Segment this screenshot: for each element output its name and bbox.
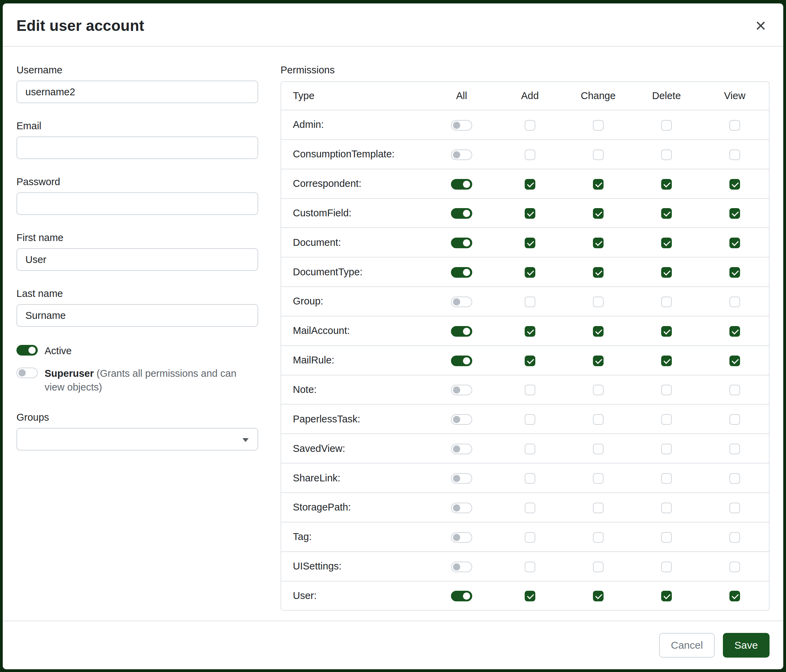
permission-add-checkbox[interactable] [525,208,535,219]
permission-view-checkbox[interactable] [729,297,740,307]
permission-delete-checkbox[interactable] [661,326,672,337]
permission-change-checkbox[interactable] [593,297,604,307]
permission-delete-checkbox[interactable] [661,297,672,307]
permission-delete-checkbox[interactable] [661,532,672,543]
permission-add-checkbox[interactable] [525,385,535,395]
groups-select[interactable] [16,428,258,451]
column-header-add: Add [496,82,564,110]
permission-add-checkbox[interactable] [525,444,535,454]
permission-change-checkbox[interactable] [593,385,604,395]
permission-change-checkbox[interactable] [593,502,604,513]
permission-view-checkbox[interactable] [729,385,740,395]
permission-add-checkbox[interactable] [525,356,535,366]
permission-delete-checkbox[interactable] [661,444,672,454]
permission-add-checkbox[interactable] [525,532,535,543]
permission-all-toggle[interactable] [451,473,472,484]
permission-view-checkbox[interactable] [729,326,740,337]
permission-all-toggle[interactable] [451,444,472,454]
permission-all-toggle[interactable] [451,356,472,366]
permission-all-toggle[interactable] [451,502,472,513]
permission-view-checkbox[interactable] [729,208,740,219]
permission-view-checkbox[interactable] [729,444,740,454]
permission-add-checkbox[interactable] [525,267,535,278]
permission-delete-checkbox[interactable] [661,208,672,219]
permission-type-label: Group: [281,286,428,316]
permission-all-toggle[interactable] [451,591,472,601]
permission-delete-checkbox[interactable] [661,120,672,130]
permission-add-checkbox[interactable] [525,473,535,484]
permission-add-checkbox[interactable] [525,591,535,601]
permission-all-toggle[interactable] [451,238,472,248]
permission-delete-checkbox[interactable] [661,591,672,601]
permission-delete-checkbox[interactable] [661,238,672,248]
permission-all-toggle[interactable] [451,208,472,219]
permission-change-checkbox[interactable] [593,179,604,190]
permission-view-checkbox[interactable] [729,502,740,513]
permission-delete-checkbox[interactable] [661,385,672,395]
permission-add-checkbox[interactable] [525,238,535,248]
permission-change-checkbox[interactable] [593,208,604,219]
permission-change-checkbox[interactable] [593,120,604,130]
permission-all-toggle[interactable] [451,179,472,190]
permission-all-toggle[interactable] [451,149,472,160]
permission-delete-checkbox[interactable] [661,179,672,190]
permission-delete-checkbox[interactable] [661,414,672,425]
username-input[interactable] [16,80,258,103]
permission-all-toggle[interactable] [451,326,472,337]
permission-change-checkbox[interactable] [593,267,604,278]
permission-view-checkbox[interactable] [729,120,740,130]
permission-add-checkbox[interactable] [525,120,535,130]
email-field[interactable] [16,137,258,159]
close-icon[interactable]: × [753,17,768,34]
permission-view-checkbox[interactable] [729,179,740,190]
permission-view-checkbox[interactable] [729,356,740,366]
save-button[interactable]: Save [723,633,770,658]
permission-view-checkbox[interactable] [729,267,740,278]
superuser-toggle[interactable] [16,367,38,378]
permission-change-checkbox[interactable] [593,444,604,454]
permission-all-toggle[interactable] [451,385,472,395]
permission-all-toggle[interactable] [451,267,472,278]
password-field[interactable] [16,192,258,215]
permission-change-checkbox[interactable] [593,356,604,366]
permission-change-checkbox[interactable] [593,473,604,484]
permission-add-checkbox[interactable] [525,562,535,572]
permission-delete-checkbox[interactable] [661,562,672,572]
active-toggle[interactable] [16,345,38,356]
permission-all-toggle[interactable] [451,120,472,130]
permission-view-checkbox[interactable] [729,532,740,543]
permission-view-checkbox[interactable] [729,591,740,601]
permission-all-toggle[interactable] [451,297,472,307]
permission-change-checkbox[interactable] [593,591,604,601]
permission-add-checkbox[interactable] [525,326,535,337]
permission-view-checkbox[interactable] [729,149,740,160]
permission-delete-checkbox[interactable] [661,267,672,278]
permission-row: StoragePath: [281,492,769,522]
permission-add-checkbox[interactable] [525,149,535,160]
permission-change-checkbox[interactable] [593,238,604,248]
permission-add-checkbox[interactable] [525,179,535,190]
permission-all-toggle[interactable] [451,532,472,543]
permission-add-checkbox[interactable] [525,502,535,513]
permission-change-checkbox[interactable] [593,414,604,425]
permission-all-toggle[interactable] [451,562,472,572]
permission-all-toggle[interactable] [451,414,472,425]
permission-change-checkbox[interactable] [593,532,604,543]
permission-add-checkbox[interactable] [525,297,535,307]
permission-view-checkbox[interactable] [729,238,740,248]
permission-change-checkbox[interactable] [593,562,604,572]
permission-type-label: Admin: [281,110,428,139]
permission-delete-checkbox[interactable] [661,473,672,484]
permission-view-checkbox[interactable] [729,562,740,572]
permission-view-checkbox[interactable] [729,473,740,484]
first-name-field[interactable] [16,248,258,271]
cancel-button[interactable]: Cancel [659,633,714,658]
permission-change-checkbox[interactable] [593,149,604,160]
last-name-field[interactable] [16,304,258,327]
permission-delete-checkbox[interactable] [661,149,672,160]
permission-delete-checkbox[interactable] [661,502,672,513]
permission-delete-checkbox[interactable] [661,356,672,366]
permission-change-checkbox[interactable] [593,326,604,337]
permission-view-checkbox[interactable] [729,414,740,425]
permission-add-checkbox[interactable] [525,414,535,425]
